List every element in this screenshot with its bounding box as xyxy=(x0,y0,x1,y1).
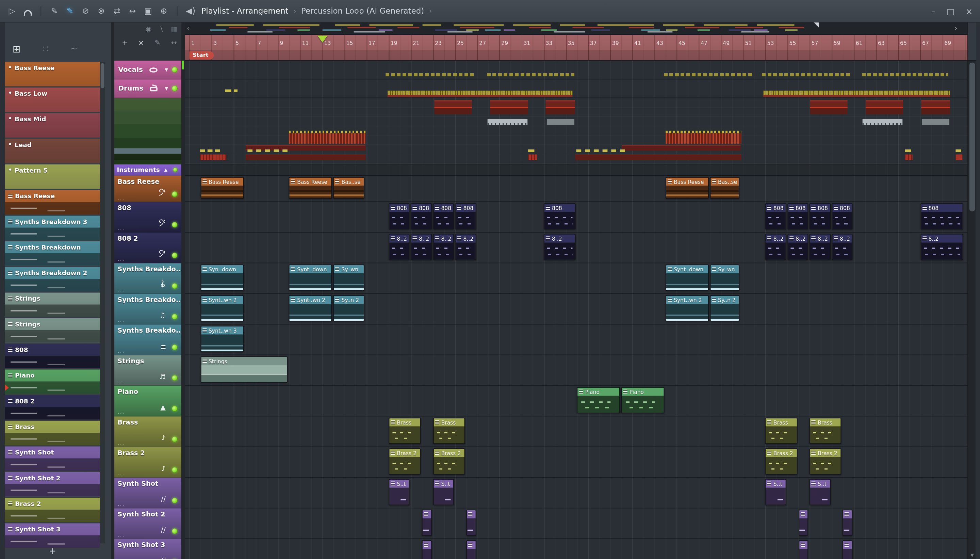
mini-clip-gblock[interactable] xyxy=(488,119,528,125)
mini-clip-vstrip[interactable] xyxy=(386,73,474,76)
pattern-list-scrollbar[interactable] xyxy=(100,62,105,543)
mini-clip-rline[interactable] xyxy=(388,95,572,97)
magnify-icon[interactable]: ⊕ xyxy=(157,4,170,18)
clip-808[interactable]: 808 xyxy=(544,203,576,230)
clip-synths-breakdown-2[interactable]: Synt..wn 2 xyxy=(289,295,332,321)
clip-piano[interactable]: Piano xyxy=(621,387,665,413)
track-filter-icon[interactable]: ◉ xyxy=(146,25,152,33)
mini-clip-ydash[interactable] xyxy=(620,149,625,152)
clip-808-2[interactable]: 8..2 xyxy=(787,234,808,260)
mini-clip-gblock2[interactable] xyxy=(922,119,949,125)
sidebar-divider[interactable] xyxy=(111,23,114,559)
clip-808[interactable]: 808 xyxy=(433,203,454,230)
clip-brass[interactable]: Brass xyxy=(433,418,465,444)
clip-synth-shot[interactable]: S..t xyxy=(389,479,409,505)
pattern-item[interactable]: •Lead xyxy=(5,139,100,164)
scroll-down-icon[interactable]: ▼ xyxy=(968,553,976,558)
mini-clip-ydash[interactable] xyxy=(576,149,581,152)
mute-led[interactable] xyxy=(172,344,178,350)
clip-brass-2[interactable]: Brass 2 xyxy=(765,448,797,475)
clip-808[interactable]: 808 xyxy=(411,203,431,230)
clip-synths-breakdown-2[interactable]: Sy..n 2 xyxy=(710,295,739,321)
track-group-drums[interactable]: Drums▼ xyxy=(114,79,181,98)
draw-tool-icon[interactable]: ✎ xyxy=(48,4,61,18)
pattern-item[interactable]: Strings xyxy=(5,318,100,343)
mini-clip-ydash[interactable] xyxy=(208,149,213,152)
clip-strings[interactable]: Strings xyxy=(200,356,288,383)
preview-audio-icon[interactable]: ◀) xyxy=(184,4,197,18)
pattern-item[interactable]: Piano xyxy=(5,370,100,394)
mini-clip-ydash[interactable] xyxy=(905,149,911,152)
track-header-piano[interactable]: Piano...▲ xyxy=(114,386,181,416)
clip-synth-shot-2[interactable] xyxy=(422,509,432,536)
clip-bass-reese[interactable]: Bass Reese xyxy=(666,177,709,199)
clip-808-2[interactable]: 8..2 xyxy=(433,234,454,260)
mute-led[interactable] xyxy=(172,467,178,473)
mini-clip-gblock[interactable] xyxy=(863,119,903,125)
mini-clip-rline[interactable] xyxy=(763,95,950,97)
track-header-synth-shot-2[interactable]: Synth Shot 2...∕∕ xyxy=(114,508,181,539)
mute-led[interactable] xyxy=(172,191,178,197)
pattern-item[interactable]: Synths Breakdown 3 xyxy=(5,216,100,240)
mini-clip-rstrip[interactable] xyxy=(905,155,912,160)
clip-synths-breakdown-2[interactable]: Sy..n 2 xyxy=(333,295,365,321)
clip-synth-shot[interactable]: S..t xyxy=(765,479,786,505)
mini-clip-vstrip[interactable] xyxy=(862,73,948,76)
clip-brass[interactable]: Brass xyxy=(389,418,421,444)
clip-808-2[interactable]: 8..2 xyxy=(921,234,964,260)
clip-808-2[interactable]: 8..2 xyxy=(544,234,576,260)
edit-tracks-icon[interactable]: ✎ xyxy=(155,39,160,47)
track-header-brass-2[interactable]: Brass 2...♪ xyxy=(114,447,181,478)
clip-808-2[interactable]: 8..2 xyxy=(455,234,476,260)
mini-clip-vstrip[interactable] xyxy=(762,73,850,76)
pattern-item[interactable]: Synths Breakdown xyxy=(5,241,100,266)
clip-synth-shot-2[interactable] xyxy=(843,509,853,536)
clip-brass-2[interactable]: Brass 2 xyxy=(389,448,421,475)
resize-tracks-icon[interactable]: ↔ xyxy=(171,39,177,47)
clip-brass-2[interactable]: Brass 2 xyxy=(433,448,465,475)
clip-synth-shot-3[interactable] xyxy=(422,540,432,559)
pattern-item[interactable]: •Bass Mid xyxy=(5,113,100,137)
mute-led[interactable] xyxy=(172,498,178,503)
mini-clip-rblock[interactable] xyxy=(434,100,472,114)
clip-bass-reese[interactable]: Bas..se xyxy=(333,177,365,199)
mini-clip-ydash[interactable] xyxy=(256,149,261,152)
track-header-synth-shot[interactable]: Synth Shot...∕∕ xyxy=(114,478,181,508)
clip-synth-shot-3[interactable] xyxy=(843,540,853,559)
mute-led[interactable] xyxy=(173,167,178,172)
track-header-synths-breakdo-[interactable]: Synths Breakdo.....♫ xyxy=(114,294,181,324)
pattern-item[interactable]: Synth Shot xyxy=(5,446,100,471)
add-track-button[interactable]: + xyxy=(122,39,128,47)
clip-synths-breakdown-3[interactable]: Synt..wn 3 xyxy=(200,326,244,352)
clip-808-2[interactable]: 8..2 xyxy=(832,234,852,260)
delete-track-button[interactable]: × xyxy=(138,39,144,47)
clip-piano[interactable]: Piano xyxy=(577,387,620,413)
pattern-item[interactable]: •Pattern 5 xyxy=(5,164,100,189)
clip-808-2[interactable]: 8..2 xyxy=(810,234,830,260)
timeline-ruler[interactable]: Start 1357911131517192123252729313335373… xyxy=(185,35,968,61)
mini-clip-rstrip[interactable] xyxy=(955,155,962,160)
vertical-scrollbar[interactable]: ▼ xyxy=(967,23,975,559)
clip-synth-shot[interactable]: S..t xyxy=(810,479,830,505)
playlist-navigator[interactable]: ‹ › xyxy=(185,23,968,35)
mini-clip-vstrip[interactable] xyxy=(664,73,754,76)
mute-led[interactable] xyxy=(172,314,178,320)
paint-tool-icon[interactable]: ✎ xyxy=(63,4,77,18)
track-header-synths-breakdo-[interactable]: Synths Breakdo..... xyxy=(114,324,181,355)
mini-clip-ydash[interactable] xyxy=(265,149,270,152)
zoom-frame-icon[interactable]: ▣ xyxy=(141,4,155,18)
play-icon[interactable]: ▷ xyxy=(5,4,19,18)
picker-filter-icon[interactable]: ~ xyxy=(71,44,77,55)
track-grid-icon[interactable]: ▦ xyxy=(171,25,178,33)
mini-clip-ydash[interactable] xyxy=(955,149,961,152)
picker-swatch-icon[interactable]: ∷ xyxy=(43,44,48,55)
pattern-item[interactable]: Brass 2 xyxy=(5,498,100,522)
track-header-synths-breakdo-[interactable]: Synths Breakdo..... xyxy=(114,263,181,294)
mini-clip-ydash[interactable] xyxy=(594,149,599,152)
clip-synths-breakdown[interactable]: Sy..wn xyxy=(710,265,739,291)
mini-clip-ydash[interactable] xyxy=(234,89,238,92)
mini-clip-ystrip[interactable] xyxy=(289,131,366,133)
clip-808-2[interactable]: 8..2 xyxy=(765,234,786,260)
mute-led[interactable] xyxy=(172,253,178,258)
track-header-808-2[interactable]: 808 2... xyxy=(114,233,181,263)
